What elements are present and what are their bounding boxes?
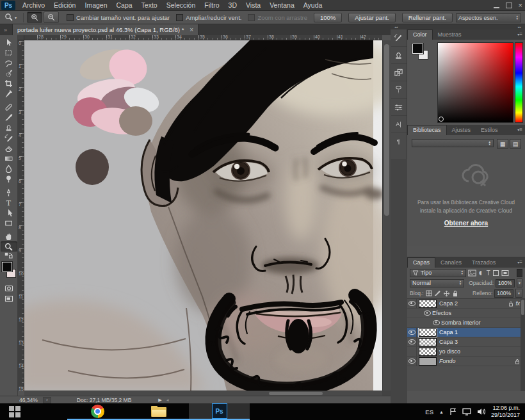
- menu-item[interactable]: Imagen: [80, 0, 111, 11]
- lock-pixels-icon[interactable]: [434, 290, 441, 296]
- lock-all-icon[interactable]: [452, 290, 458, 297]
- layer-thumbnail[interactable]: [419, 338, 437, 346]
- menu-item[interactable]: 3D: [224, 0, 241, 11]
- fit-screen-button[interactable]: Ajustar pant.: [348, 13, 395, 22]
- tab-ajustes[interactable]: Ajustes: [447, 125, 476, 135]
- saturation-cursor[interactable]: [439, 117, 444, 122]
- layer-row-efectos[interactable]: Efectos: [407, 309, 525, 318]
- character-panel-icon[interactable]: A|: [391, 116, 407, 133]
- history-brush-tool[interactable]: [1, 133, 17, 143]
- zoom-out-button[interactable]: [44, 12, 59, 23]
- menu-item[interactable]: Ventana: [265, 0, 299, 11]
- layer-row-capa-2[interactable]: Capa 2 fx: [407, 299, 525, 309]
- zoom-level-field[interactable]: 46,34%: [19, 397, 38, 403]
- opacity-value[interactable]: 100%: [496, 279, 515, 287]
- layer-thumbnail[interactable]: [419, 300, 437, 308]
- collapse-dock-icon[interactable]: ◂◂: [394, 25, 398, 29]
- layer-thumbnail[interactable]: [419, 357, 437, 366]
- menu-item[interactable]: Filtro: [200, 0, 223, 11]
- opacity-caret-icon[interactable]: ▼: [517, 279, 522, 287]
- layer-list-scrollbar[interactable]: [521, 299, 525, 391]
- marquee-tool[interactable]: [1, 47, 17, 58]
- tab-muestras[interactable]: Muestras: [433, 30, 467, 40]
- effects-label[interactable]: Efectos: [432, 310, 451, 316]
- fill-caret-icon[interactable]: ▼: [515, 289, 522, 298]
- tab-overflow-icon[interactable]: »: [0, 27, 12, 35]
- filter-adjustment-icon[interactable]: ◐: [478, 267, 485, 279]
- brush-presets-panel-icon[interactable]: [391, 99, 407, 116]
- quick-mask-button[interactable]: [1, 283, 17, 293]
- status-back-icon[interactable]: ◄: [166, 398, 170, 402]
- hand-tool[interactable]: [1, 231, 17, 241]
- path-selection-tool[interactable]: [1, 207, 17, 218]
- collapse-panels-icon[interactable]: ▸▸: [518, 25, 521, 29]
- layer-list-scroll-thumb[interactable]: [521, 300, 524, 315]
- visibility-toggle[interactable]: [407, 299, 417, 308]
- eyedropper-tool[interactable]: [1, 88, 17, 99]
- clone-source-panel-icon[interactable]: [391, 47, 407, 64]
- menu-item[interactable]: Capa: [112, 0, 137, 11]
- zoom-in-button[interactable]: [27, 12, 42, 23]
- maximize-icon[interactable]: [506, 3, 512, 8]
- visibility-toggle[interactable]: [423, 309, 432, 318]
- properties-panel-icon[interactable]: [391, 64, 407, 81]
- display-icon[interactable]: [462, 408, 471, 416]
- taskbar-photoshop[interactable]: Ps: [189, 403, 250, 420]
- visibility-toggle[interactable]: [407, 337, 417, 346]
- quick-selection-tool[interactable]: [1, 68, 17, 78]
- fill-value[interactable]: 100%: [494, 289, 513, 298]
- menu-item[interactable]: Ayuda: [299, 0, 327, 11]
- filter-pixel-icon[interactable]: [468, 270, 476, 277]
- move-tool[interactable]: [1, 37, 17, 47]
- tab-color[interactable]: Color: [407, 29, 433, 40]
- filter-type-dropdown[interactable]: Tipo ▲▼: [410, 269, 466, 277]
- clone-stamp-tool[interactable]: [1, 122, 17, 133]
- grid-view-icon[interactable]: ▦: [497, 139, 508, 149]
- shape-tool[interactable]: [1, 218, 17, 228]
- swap-colors-icon[interactable]: [1, 252, 17, 259]
- status-jump-icon[interactable]: ›: [43, 397, 51, 403]
- panel-menu-icon[interactable]: ▾≡: [517, 31, 522, 37]
- fx-badge[interactable]: fx: [515, 300, 520, 307]
- smudge-tool[interactable]: [1, 163, 17, 174]
- visibility-toggle[interactable]: [407, 357, 417, 366]
- foreground-swatch[interactable]: [412, 44, 423, 54]
- brush-tool[interactable]: [1, 112, 17, 122]
- eraser-tool[interactable]: [1, 143, 17, 153]
- tab-trazados[interactable]: Trazados: [467, 258, 501, 268]
- taskbar-chrome[interactable]: [67, 403, 128, 420]
- history-panel-icon[interactable]: [391, 29, 407, 47]
- filter-shape-icon[interactable]: [492, 270, 499, 277]
- filter-smart-icon[interactable]: [501, 270, 509, 277]
- speaker-icon[interactable]: [477, 408, 485, 416]
- color-swatches[interactable]: [412, 44, 432, 63]
- foreground-color-swatch[interactable]: [2, 262, 12, 271]
- menu-item[interactable]: Vista: [241, 0, 265, 11]
- workspace-switcher[interactable]: Aspectos esen. ▲▼: [456, 13, 521, 22]
- layer-name[interactable]: Capa 1: [439, 329, 458, 335]
- type-tool[interactable]: T: [1, 197, 17, 207]
- fill-screen-button[interactable]: Rellenar pant.: [402, 13, 453, 22]
- close-icon[interactable]: ×: [519, 1, 522, 9]
- layer-row-capa-3[interactable]: Capa 3: [407, 337, 525, 347]
- saturation-picker[interactable]: [437, 42, 513, 123]
- vertical-scroll-thumb[interactable]: [384, 44, 389, 216]
- status-play-icon[interactable]: ▶: [158, 398, 161, 403]
- layer-row-sombra-interior[interactable]: Sombra interior: [407, 318, 525, 328]
- layer-name[interactable]: Capa 2: [439, 300, 458, 307]
- vertical-scrollbar[interactable]: [382, 40, 391, 391]
- tab-bibliotecas[interactable]: Bibliotecas: [407, 125, 447, 135]
- layer-thumbnail[interactable]: [419, 328, 437, 337]
- horizontal-scrollbar[interactable]: [24, 391, 382, 396]
- canvas-painting[interactable]: [24, 40, 382, 391]
- canvas[interactable]: [24, 40, 382, 391]
- lock-position-icon[interactable]: [443, 290, 450, 297]
- layer-name[interactable]: yo disco: [439, 348, 460, 355]
- document-tab[interactable]: portada luifer nueva proyecto.psd al 46.…: [12, 24, 198, 35]
- resize-windows-checkbox[interactable]: [67, 14, 74, 21]
- pen-tool[interactable]: [1, 187, 17, 197]
- crop-tool[interactable]: [1, 78, 17, 88]
- visibility-toggle[interactable]: [407, 328, 417, 337]
- menu-item[interactable]: Archivo: [18, 0, 49, 11]
- list-view-icon[interactable]: ▤: [510, 139, 521, 149]
